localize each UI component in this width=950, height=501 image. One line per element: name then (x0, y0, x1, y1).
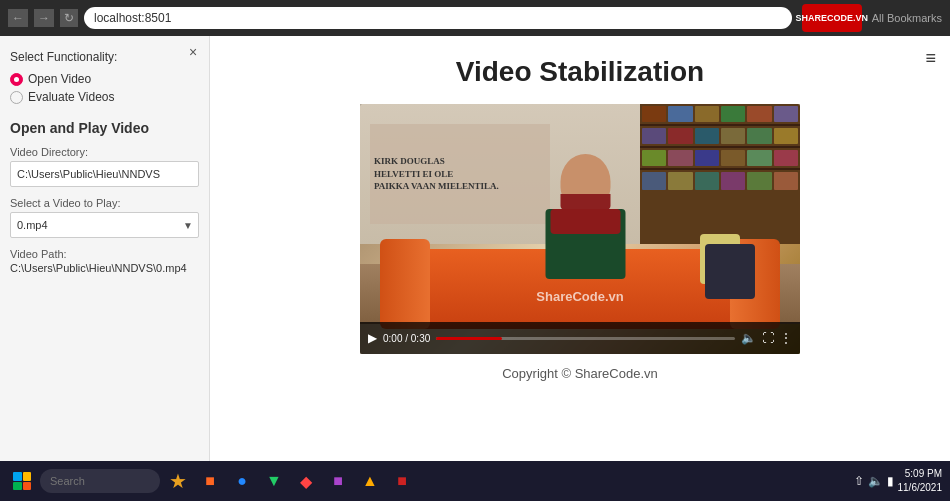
video-directory-label: Video Directory: (10, 146, 199, 158)
windows-logo (13, 472, 31, 490)
main-content: × Select Functionality: Open Video Evalu… (0, 36, 950, 461)
book (721, 128, 745, 144)
bookmarks-label[interactable]: All Bookmarks (872, 12, 942, 24)
book (695, 150, 719, 166)
watermark: ShareCode.vn (536, 289, 623, 304)
start-button[interactable] (8, 467, 36, 495)
book (747, 106, 771, 122)
network-icon[interactable]: ⇧ (854, 474, 864, 488)
book (747, 172, 771, 190)
video-controls: ▶ 0:00 / 0:30 🔈 ⛶ ⋮ (360, 322, 800, 354)
shelf-row-4 (640, 170, 800, 192)
sign-text: KIRK DOUGLASHELVETTI EI OLEPAIKKA VAAN M… (374, 155, 546, 193)
taskbar-icon-3[interactable]: ● (228, 467, 256, 495)
book (668, 172, 692, 190)
progress-bar-fill (436, 337, 502, 340)
taskbar-icon-8[interactable]: ■ (388, 467, 416, 495)
select-video-wrapper: 0.mp4 ▼ (10, 212, 199, 238)
reload-button[interactable]: ↻ (60, 9, 78, 27)
forward-button[interactable]: → (34, 9, 54, 27)
book (642, 106, 666, 122)
book (747, 128, 771, 144)
select-functionality-label: Select Functionality: (10, 50, 199, 64)
book (774, 128, 798, 144)
book (668, 150, 692, 166)
book (747, 150, 771, 166)
radio-circle-open (10, 73, 23, 86)
taskbar-icon-4[interactable]: ▼ (260, 467, 288, 495)
radio-open-label: Open Video (28, 72, 91, 86)
back-button[interactable]: ← (8, 9, 28, 27)
video-scene: KIRK DOUGLASHELVETTI EI OLEPAIKKA VAAN M… (360, 104, 800, 354)
sofa-arm-left (380, 239, 430, 329)
select-video-dropdown[interactable]: 0.mp4 (10, 212, 199, 238)
shelf-row-1 (640, 104, 800, 126)
right-panel: ≡ Video Stabilization (210, 36, 950, 461)
play-icon[interactable]: ▶ (368, 331, 377, 345)
video-player[interactable]: KIRK DOUGLASHELVETTI EI OLEPAIKKA VAAN M… (360, 104, 800, 354)
address-bar[interactable]: localhost:8501 (84, 7, 792, 29)
url-text: localhost:8501 (94, 11, 171, 25)
taskbar-icon-2[interactable]: ■ (196, 467, 224, 495)
sign-area: KIRK DOUGLASHELVETTI EI OLEPAIKKA VAAN M… (370, 124, 550, 224)
progress-bar[interactable] (436, 337, 735, 340)
person-body (546, 209, 626, 279)
volume-icon[interactable]: 🔈 (741, 331, 756, 345)
book (774, 106, 798, 122)
radio-circle-evaluate (10, 91, 23, 104)
hamburger-icon[interactable]: ≡ (925, 48, 936, 69)
book (642, 172, 666, 190)
book (668, 106, 692, 122)
taskbar-icon-1[interactable]: ★ (164, 467, 192, 495)
shelf-row-3 (640, 148, 800, 170)
book (642, 150, 666, 166)
bag (705, 244, 755, 299)
video-path-value: C:\Users\Public\Hieu\NNDVS\0.mp4 (10, 262, 199, 274)
radio-evaluate-label: Evaluate Videos (28, 90, 115, 104)
volume-sys-icon[interactable]: 🔈 (868, 474, 883, 488)
taskbar-icon-6[interactable]: ■ (324, 467, 352, 495)
book (774, 172, 798, 190)
book (721, 106, 745, 122)
select-video-label: Select a Video to Play: (10, 197, 199, 209)
taskbar-icon-7[interactable]: ▲ (356, 467, 384, 495)
taskbar-icon-5[interactable]: ◆ (292, 467, 320, 495)
fullscreen-icon[interactable]: ⛶ (762, 331, 774, 345)
copyright-text: Copyright © ShareCode.vn (502, 366, 658, 381)
taskbar: ★ ■ ● ▼ ◆ ■ ▲ ■ ⇧ 🔈 ▮ 5:09 PM 11/6/2021 (0, 461, 950, 501)
video-path-label: Video Path: (10, 248, 199, 260)
browser-bar: ← → ↻ localhost:8501 SHARECODE.VN All Bo… (0, 0, 950, 36)
scarf (551, 209, 621, 234)
browser-logo: SHARECODE.VN (802, 4, 862, 32)
radio-open-video[interactable]: Open Video (10, 72, 199, 86)
radio-group: Open Video Evaluate Videos (10, 72, 199, 104)
person (531, 154, 641, 284)
taskbar-clock: 5:09 PM 11/6/2021 (898, 467, 943, 495)
left-panel: × Select Functionality: Open Video Evalu… (0, 36, 210, 461)
video-directory-input[interactable] (10, 161, 199, 187)
shelf-row-2 (640, 126, 800, 148)
book (721, 150, 745, 166)
close-button[interactable]: × (185, 44, 201, 60)
book (695, 172, 719, 190)
battery-icon[interactable]: ▮ (887, 474, 894, 488)
person-head (561, 154, 611, 209)
bookshelf (640, 104, 800, 244)
book (695, 106, 719, 122)
book (695, 128, 719, 144)
taskbar-search-input[interactable] (40, 469, 160, 493)
book (642, 128, 666, 144)
book (668, 128, 692, 144)
book (721, 172, 745, 190)
system-tray: ⇧ 🔈 ▮ (854, 474, 894, 488)
more-options-icon[interactable]: ⋮ (780, 331, 792, 345)
radio-evaluate-videos[interactable]: Evaluate Videos (10, 90, 199, 104)
time-display: 0:00 / 0:30 (383, 333, 430, 344)
page-title: Video Stabilization (456, 56, 704, 88)
section-title: Open and Play Video (10, 120, 199, 136)
book (774, 150, 798, 166)
